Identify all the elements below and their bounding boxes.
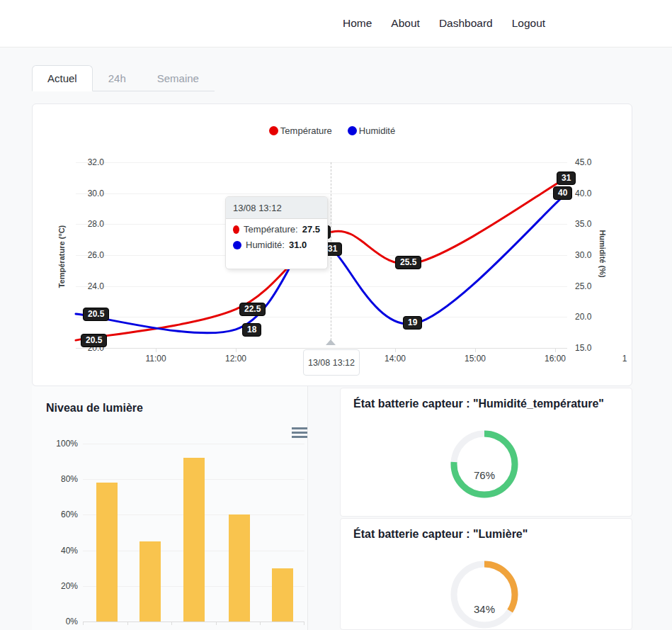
x-axis-line [83, 621, 304, 622]
crosshair-pointer-icon [326, 339, 336, 345]
bar[interactable] [272, 568, 293, 621]
bar-y-tick: 0% [35, 617, 78, 626]
battery-light-card: État batterie capteur : "Lumière" 34% [340, 518, 632, 630]
bar-y-tick: 100% [35, 439, 78, 449]
tooltip-label: Humidité: [246, 240, 285, 250]
bar[interactable] [229, 514, 250, 621]
bar-y-tick: 80% [35, 474, 78, 484]
bar-chart-canvas[interactable] [83, 444, 304, 621]
tooltip-row-temperature: Température: 27.5 [226, 219, 327, 235]
period-tabs: Actuel 24h Semaine [32, 65, 215, 91]
humidity-dot-icon [233, 241, 241, 249]
battery-humidity-gauge[interactable] [448, 427, 521, 501]
bar-y-tick: 60% [35, 510, 78, 519]
point-label: 22.5 [239, 303, 266, 316]
point-label: 31 [557, 171, 576, 185]
point-label: 25.5 [395, 256, 421, 269]
tooltip-label: Température: [244, 224, 298, 235]
bar[interactable] [183, 458, 205, 621]
battery-light-value: 34% [448, 603, 521, 615]
chart-tooltip: 13/08 13:12 Température: 27.5 Humidité: … [225, 196, 328, 269]
tab-24h[interactable]: 24h [93, 65, 142, 91]
battery-humidity-title: État batterie capteur : "Humidité_tempér… [353, 398, 604, 410]
nav-link-logout[interactable]: Logout [512, 17, 545, 30]
bar-y-tick: 20% [35, 581, 78, 591]
gridline [83, 444, 304, 444]
x-tick [260, 621, 261, 625]
temperature-humidity-chart-card[interactable]: Température Humidité 32.0 30.0 28.0 26.0… [32, 103, 632, 386]
bar[interactable] [139, 541, 161, 621]
battery-humidity-card: État batterie capteur : "Humidité_tempér… [340, 388, 632, 517]
tooltip-value: 31.0 [289, 240, 307, 250]
nav-links: Home About Dashboard Logout [343, 0, 545, 47]
light-chart-title: Niveau de lumière [46, 402, 143, 415]
x-tick [304, 621, 304, 625]
nav-link-about[interactable]: About [391, 17, 420, 30]
chart-menu-hamburger-icon[interactable] [292, 427, 307, 438]
bar-y-tick: 40% [35, 546, 78, 556]
crosshair-x-label: 13/08 13:12 [303, 349, 360, 376]
tooltip-row-humidity: Humidité: 31.0 [226, 235, 327, 250]
tooltip-value: 27.5 [302, 224, 320, 235]
temperature-dot-icon [233, 225, 239, 234]
tab-actuel[interactable]: Actuel [32, 65, 93, 91]
point-label: 20.5 [81, 334, 107, 347]
point-label: 40 [553, 186, 572, 200]
nav-link-dashboard[interactable]: Dashboard [439, 17, 493, 30]
battery-light-title: État batterie capteur : "Lumière" [353, 528, 528, 541]
point-label: 18 [242, 323, 261, 337]
bar[interactable] [96, 483, 118, 621]
tab-semaine[interactable]: Semaine [142, 65, 215, 91]
light-level-card: Niveau de lumière 100% 80% 60% 40% 20% 0… [32, 386, 308, 630]
point-label: 20.5 [83, 308, 109, 321]
nav-link-home[interactable]: Home [343, 17, 372, 30]
battery-light-gauge[interactable] [448, 558, 521, 630]
battery-humidity-value: 76% [448, 469, 521, 481]
top-navbar: Home About Dashboard Logout [0, 0, 672, 47]
point-label: 19 [403, 316, 422, 330]
x-tick [171, 621, 172, 625]
x-tick [216, 621, 217, 625]
x-tick [127, 621, 128, 625]
tooltip-timestamp: 13/08 13:12 [226, 197, 327, 219]
x-tick [83, 621, 84, 625]
